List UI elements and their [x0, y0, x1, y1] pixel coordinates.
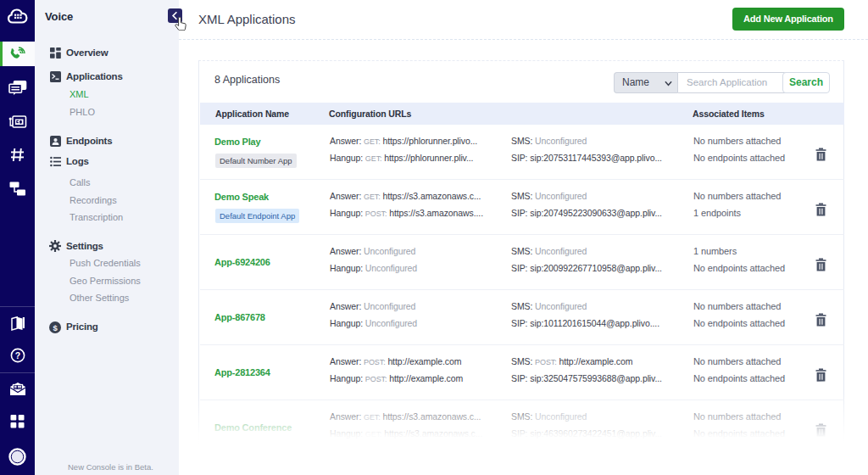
svg-text:?: ?: [15, 350, 20, 360]
svg-text:$: $: [53, 323, 58, 332]
